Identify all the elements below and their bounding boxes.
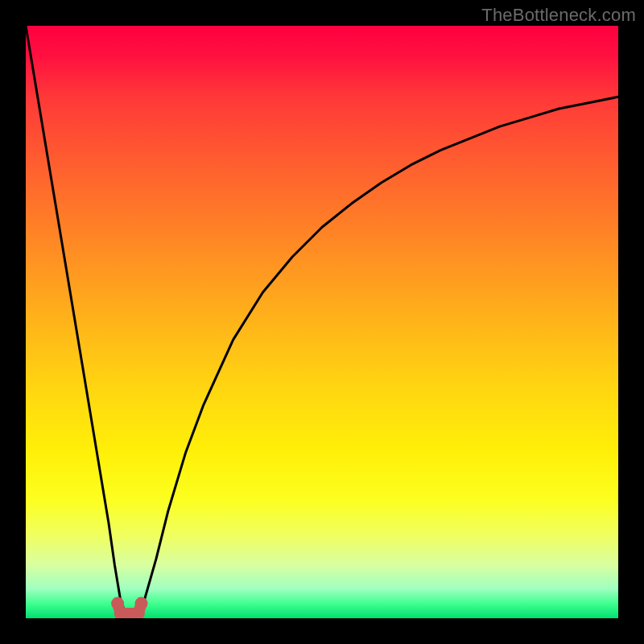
- right-curve: [132, 97, 618, 618]
- curve-layer: [26, 26, 618, 618]
- marker-layer: [111, 597, 147, 618]
- plot-frame: [26, 26, 618, 618]
- trough-marker: [135, 597, 148, 610]
- plot-area: [26, 26, 618, 618]
- watermark-text: TheBottleneck.com: [481, 5, 636, 26]
- left-curve: [26, 26, 132, 618]
- chart-svg: [26, 26, 618, 618]
